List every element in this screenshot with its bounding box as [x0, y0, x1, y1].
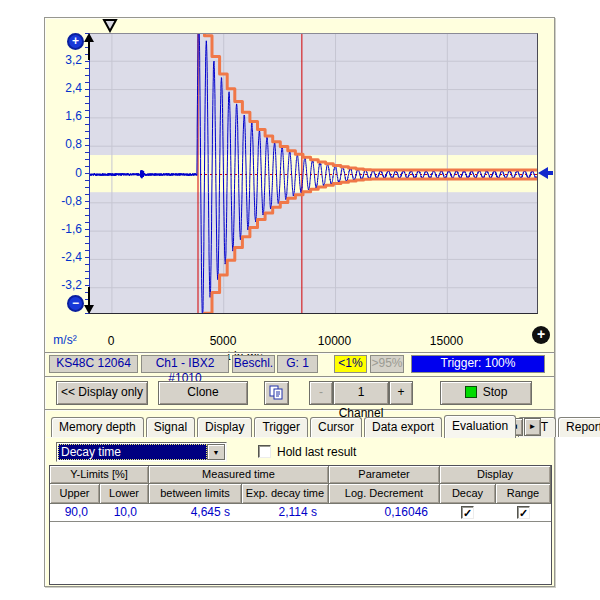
col-header-log-decrement: Log. Decrement	[329, 484, 440, 504]
app-window: 3,2 2,4 1,6 0,8 0 -0,8 -1,6 -2,4 -3,2 0 …	[44, 17, 555, 587]
hold-last-result-checkbox[interactable]	[258, 445, 271, 458]
status-trigger: Trigger: 100%	[411, 355, 545, 373]
waveform-plot[interactable]	[89, 33, 538, 314]
tab-scroll-right-button[interactable]: ►	[524, 418, 541, 436]
group-header-parameter: Parameter	[329, 466, 440, 484]
col-header-decay: Decay	[440, 484, 496, 504]
y-tick-label: 0,8	[45, 137, 82, 151]
stop-button[interactable]: Stop	[440, 381, 532, 405]
status-channel: Ch1 - IBX2 #1010	[141, 355, 229, 373]
waveform-canvas	[90, 34, 538, 314]
display-only-button[interactable]: << Display only	[56, 381, 148, 405]
col-header-range: Range	[496, 484, 551, 504]
table-row[interactable]: 90,0 10,0 4,645 s 2,114 s 0,16046 ✓ ✓	[50, 504, 551, 522]
channel-plus-button[interactable]: +	[389, 381, 413, 405]
value-upper-limit: 90,0	[50, 504, 100, 521]
y-axis-ticks	[85, 33, 89, 315]
hold-last-result-label: Hold last result	[277, 445, 356, 459]
status-sensor: KS48C 12064	[49, 355, 138, 373]
y-zoom-out-icon[interactable]: −	[67, 295, 84, 312]
status-level-high: >95%	[370, 355, 404, 373]
group-header-display: Display	[440, 466, 551, 484]
evaluation-mode-value: Decay time	[58, 444, 207, 460]
evaluation-mode-select[interactable]: Decay time ▼	[56, 442, 227, 462]
run-indicator-icon	[465, 386, 477, 398]
check-icon: ✓	[462, 507, 473, 519]
col-header-exp-decay-time: Exp. decay time	[242, 484, 329, 504]
check-icon: ✓	[518, 507, 529, 519]
trigger-time-marker-icon[interactable]	[102, 18, 118, 33]
value-between-limits: 4,645 s	[149, 504, 242, 521]
combo-dropdown-button[interactable]: ▼	[207, 444, 225, 460]
group-header-measured-time: Measured time	[149, 466, 329, 484]
y-tick-label: 3,2	[45, 53, 82, 67]
y-tick-label: 1,6	[45, 109, 82, 123]
plus-glyph: +	[72, 34, 79, 48]
y-axis-down-arrow-icon[interactable]	[83, 287, 95, 314]
copy-button[interactable]	[264, 381, 289, 405]
copy-icon	[269, 385, 285, 400]
tab-display[interactable]: Display	[197, 417, 252, 437]
clone-button[interactable]: Clone	[158, 381, 248, 405]
col-header-lower: Lower	[100, 484, 149, 504]
tab-trigger[interactable]: Trigger	[254, 417, 308, 437]
tab-cursor[interactable]: Cursor	[310, 417, 362, 437]
y-axis-up-arrow-icon[interactable]	[83, 33, 95, 60]
result-table: Y-Limits [%] Measured time Parameter Dis…	[49, 465, 552, 585]
tab-memory-depth[interactable]: Memory depth	[51, 417, 144, 437]
status-gain: G: 1	[277, 355, 318, 373]
stop-label: Stop	[483, 385, 508, 399]
channel-count-button[interactable]: 1 Channel	[333, 381, 389, 405]
y-tick-label: -1,6	[45, 222, 82, 236]
chevron-down-icon: ▼	[213, 449, 220, 456]
separator	[45, 352, 554, 354]
x-tick-label: 15000	[418, 334, 475, 348]
tab-evaluation[interactable]: Evaluation	[444, 415, 516, 438]
value-exp-decay-time: 2,114 s	[242, 504, 329, 521]
y-zoom-in-icon[interactable]: +	[67, 33, 84, 50]
tab-data-export[interactable]: Data export	[364, 417, 442, 437]
x-tick-label: 0	[91, 334, 131, 348]
channel-minus-button[interactable]: -	[309, 381, 333, 405]
separator	[45, 376, 554, 378]
y-tick-label: 0	[45, 166, 82, 180]
minus-glyph: −	[72, 296, 79, 310]
tab-strip: Memory depth Signal Display Trigger Curs…	[51, 414, 506, 437]
plus-glyph: +	[537, 326, 545, 342]
col-header-upper: Upper	[50, 484, 100, 504]
separator	[45, 409, 554, 411]
x-tick-label: 10000	[306, 334, 363, 348]
y-axis-unit-label: m/s²	[47, 333, 83, 347]
group-header-y-limits: Y-Limits [%]	[50, 466, 149, 484]
value-lower-limit: 10,0	[100, 504, 149, 521]
trigger-level-arrow-icon[interactable]	[538, 166, 553, 181]
status-level-low: <1%	[334, 355, 367, 373]
decay-display-checkbox[interactable]: ✓	[461, 506, 474, 519]
y-tick-label: -0,8	[45, 194, 82, 208]
tab-report[interactable]: Report	[558, 417, 600, 437]
x-tick-label: 5000	[198, 334, 248, 348]
col-header-between-limits: between limits	[149, 484, 242, 504]
range-display-checkbox[interactable]: ✓	[517, 506, 530, 519]
status-quantity: Beschl.	[232, 355, 275, 373]
y-tick-label: 2,4	[45, 81, 82, 95]
y-tick-label: -3,2	[45, 278, 82, 292]
x-zoom-icon[interactable]: +	[532, 326, 550, 344]
right-arrow-icon: ►	[529, 422, 537, 431]
tab-signal[interactable]: Signal	[146, 417, 195, 437]
value-log-decrement: 0,16046	[329, 504, 440, 521]
y-tick-label: -2,4	[45, 250, 82, 264]
